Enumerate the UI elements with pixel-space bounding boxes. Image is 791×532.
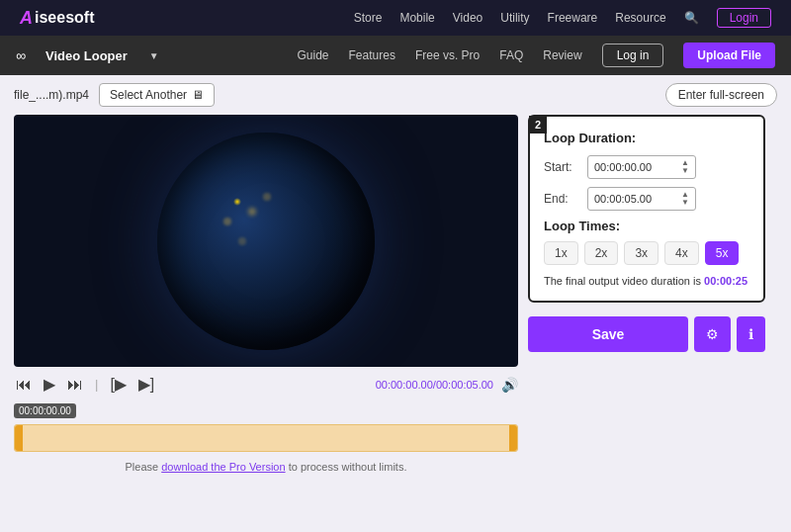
- tool-name: Video Looper: [45, 48, 128, 63]
- settings-icon-button[interactable]: ⚙: [694, 316, 731, 352]
- nav-freeware[interactable]: Freeware: [548, 11, 598, 25]
- loop-5x-button[interactable]: 5x: [705, 241, 740, 265]
- play-button[interactable]: ▶: [42, 373, 57, 396]
- start-spinners: ▲ ▼: [681, 159, 689, 175]
- loop-times-row: 1x 2x 3x 4x 5x: [544, 241, 749, 265]
- content-row: ⏮ ▶ ⏭ | [▶ ▶] 00:00:00.00/00:00:05.00 🔊 …: [0, 115, 791, 532]
- earth-thumbnail: [157, 133, 375, 350]
- pro-version-text: Please download the Pro Version to proce…: [14, 461, 518, 473]
- nav-mobile[interactable]: Mobile: [399, 11, 434, 25]
- info-icon-button[interactable]: ℹ: [737, 316, 765, 352]
- loop-2x-button[interactable]: 2x: [584, 241, 619, 265]
- earth-lights: [233, 198, 241, 206]
- mark-in-button[interactable]: [▶: [108, 373, 128, 396]
- start-time-value: 00:00:00.00: [594, 161, 652, 173]
- end-spinners: ▲ ▼: [681, 191, 689, 207]
- second-nav: ∞ Video Looper ▼ Guide Features Free vs.…: [0, 36, 791, 75]
- save-button[interactable]: Save: [528, 316, 688, 352]
- timeline-handle-right[interactable]: [509, 425, 517, 451]
- video-display: [14, 115, 518, 367]
- video-controls: ⏮ ▶ ⏭ | [▶ ▶] 00:00:00.00/00:00:05.00 🔊: [14, 367, 518, 401]
- right-panel: 2 Loop Duration: Start: 00:00:00.00 ▲ ▼ …: [528, 115, 765, 532]
- separator: |: [95, 377, 98, 392]
- pro-download-link[interactable]: download the Pro Version: [161, 461, 285, 473]
- search-icon[interactable]: 🔍: [684, 11, 699, 25]
- monitor-icon: 🖥: [192, 88, 204, 102]
- nav-resource[interactable]: Resource: [615, 11, 665, 25]
- second-nav-links: Guide Features Free vs. Pro FAQ Review: [298, 48, 582, 62]
- skip-forward-button[interactable]: ⏭: [65, 374, 85, 396]
- nav-faq[interactable]: FAQ: [499, 48, 523, 62]
- loop-icon: ∞: [16, 47, 26, 63]
- fullscreen-button[interactable]: Enter full-screen: [665, 83, 777, 107]
- file-name: file_....m).mp4: [14, 88, 89, 102]
- nav-utility[interactable]: Utility: [500, 11, 529, 25]
- nav-review[interactable]: Review: [543, 48, 581, 62]
- video-panel: ⏮ ▶ ⏭ | [▶ ▶] 00:00:00.00/00:00:05.00 🔊 …: [14, 115, 518, 532]
- volume-icon[interactable]: 🔊: [501, 377, 518, 393]
- login-button-2[interactable]: Log in: [602, 44, 664, 67]
- login-button[interactable]: Login: [717, 8, 771, 28]
- end-label: End:: [544, 192, 581, 206]
- top-nav-links: Store Mobile Video Utility Freeware Reso…: [354, 8, 771, 28]
- dropdown-arrow-icon[interactable]: ▼: [149, 50, 159, 61]
- nav-store[interactable]: Store: [354, 11, 383, 25]
- timeline-time-label: 00:00:00.00: [14, 403, 76, 418]
- output-time-value: 00:00:25: [704, 275, 747, 287]
- start-time-input[interactable]: 00:00:00.00 ▲ ▼: [587, 155, 696, 179]
- duration-label: Loop Duration:: [544, 131, 749, 145]
- nav-free-vs-pro[interactable]: Free vs. Pro: [415, 48, 480, 62]
- top-nav: A iseesoft Store Mobile Video Utility Fr…: [0, 0, 791, 36]
- loop-4x-button[interactable]: 4x: [664, 241, 699, 265]
- loop-times-label: Loop Times:: [544, 219, 749, 233]
- timeline-area: [14, 422, 518, 456]
- time-display: 00:00:00.00/00:00:05.00: [376, 379, 493, 391]
- logo-text: iseesoft: [35, 9, 94, 27]
- skip-back-button[interactable]: ⏮: [14, 374, 34, 396]
- upload-file-button[interactable]: Upload File: [683, 43, 775, 68]
- loop-settings-box: 2 Loop Duration: Start: 00:00:00.00 ▲ ▼ …: [528, 115, 765, 303]
- step-number: 2: [529, 116, 547, 133]
- loop-3x-button[interactable]: 3x: [624, 241, 659, 265]
- total-time: 00:00:05.00: [436, 379, 493, 391]
- output-duration-text: The final output video duration is 00:00…: [544, 275, 749, 287]
- time-label-area: 00:00:00.00: [14, 401, 518, 422]
- end-spin-down[interactable]: ▼: [681, 199, 689, 207]
- start-spin-down[interactable]: ▼: [681, 167, 689, 175]
- file-bar: file_....m).mp4 Select Another 🖥 Enter f…: [0, 75, 791, 115]
- end-field-row: End: 00:00:05.00 ▲ ▼: [544, 187, 749, 211]
- current-time: 00:00:00.00: [376, 379, 433, 391]
- logo-icon: A: [20, 8, 33, 29]
- timeline-handle-left[interactable]: [15, 425, 23, 451]
- timeline-track[interactable]: [14, 424, 518, 452]
- nav-video[interactable]: Video: [453, 11, 483, 25]
- nav-guide[interactable]: Guide: [298, 48, 329, 62]
- pro-after-text: to process without limits.: [286, 461, 407, 473]
- end-time-input[interactable]: 00:00:05.00 ▲ ▼: [587, 187, 696, 211]
- pro-before-text: Please: [126, 461, 162, 473]
- select-another-label: Select Another: [110, 88, 187, 102]
- output-text-before: The final output video duration is: [544, 275, 701, 287]
- save-row: Save ⚙ ℹ: [528, 316, 765, 352]
- main-area: file_....m).mp4 Select Another 🖥 Enter f…: [0, 75, 791, 532]
- mark-out-button[interactable]: ▶]: [136, 373, 156, 396]
- start-field-row: Start: 00:00:00.00 ▲ ▼: [544, 155, 749, 179]
- select-another-button[interactable]: Select Another 🖥: [99, 83, 215, 107]
- nav-features[interactable]: Features: [349, 48, 396, 62]
- loop-1x-button[interactable]: 1x: [544, 241, 578, 265]
- start-label: Start:: [544, 160, 581, 174]
- logo: A iseesoft: [20, 8, 94, 29]
- end-time-value: 00:00:05.00: [594, 193, 652, 205]
